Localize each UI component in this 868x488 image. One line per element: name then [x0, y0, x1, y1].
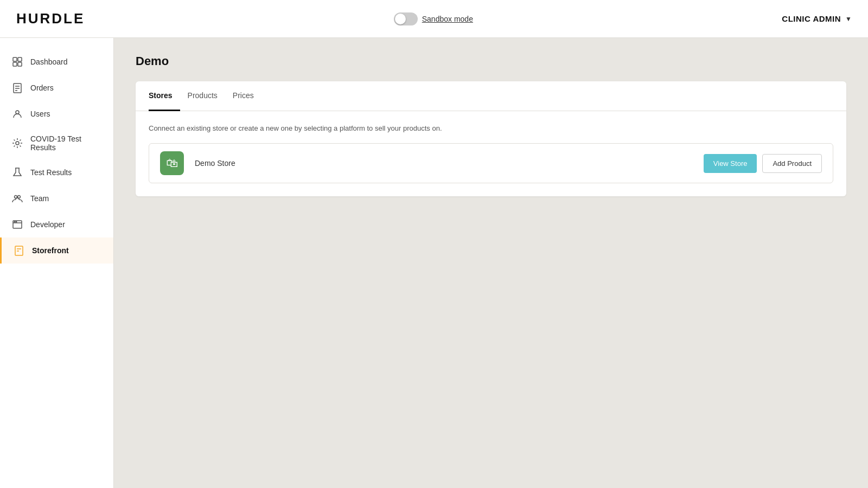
- user-label: CLINIC ADMIN: [782, 14, 841, 23]
- toggle-thumb: [395, 14, 406, 24]
- covid-icon: [12, 138, 23, 149]
- sidebar-item-covid-label: COVID-19 Test Results: [30, 134, 101, 152]
- svg-line-17: [14, 146, 15, 147]
- svg-point-9: [16, 142, 19, 145]
- test-results-icon: [12, 167, 23, 178]
- sidebar-item-dashboard[interactable]: Dashboard: [0, 49, 113, 75]
- sandbox-toggle-area: Sandbox mode: [394, 12, 473, 25]
- svg-point-8: [16, 111, 19, 114]
- main-card: Stores Products Prices Connect an existi…: [136, 81, 846, 196]
- svg-rect-2: [13, 62, 17, 66]
- page-title: Demo: [136, 54, 846, 68]
- users-icon: [12, 108, 23, 119]
- sidebar-item-team-label: Team: [30, 194, 49, 203]
- svg-rect-1: [18, 57, 22, 61]
- sidebar-item-covid[interactable]: COVID-19 Test Results: [0, 127, 113, 159]
- logo: HURDLE: [16, 10, 85, 27]
- svg-line-15: [20, 146, 21, 147]
- add-product-button[interactable]: Add Product: [762, 154, 822, 173]
- chevron-down-icon[interactable]: ▼: [845, 15, 852, 23]
- sandbox-toggle[interactable]: [394, 12, 418, 25]
- store-name: Demo Store: [195, 159, 693, 168]
- dashboard-icon: [12, 56, 23, 67]
- sidebar-item-storefront-label: Storefront: [32, 246, 69, 255]
- main-layout: Dashboard Orders Users: [0, 38, 868, 488]
- shopify-bag-icon: 🛍: [166, 156, 178, 170]
- developer-icon: [12, 219, 23, 230]
- svg-point-23: [14, 221, 15, 222]
- svg-rect-3: [18, 62, 22, 66]
- sidebar-item-team[interactable]: Team: [0, 185, 113, 211]
- tab-content-stores: Connect an existing store or create a ne…: [136, 111, 846, 196]
- sidebar: Dashboard Orders Users: [0, 38, 114, 488]
- header-right: CLINIC ADMIN ▼: [782, 14, 852, 23]
- svg-point-24: [16, 221, 17, 222]
- view-store-button[interactable]: View Store: [704, 154, 757, 173]
- sidebar-item-developer[interactable]: Developer: [0, 211, 113, 237]
- sidebar-item-dashboard-label: Dashboard: [30, 57, 68, 66]
- team-icon: [12, 193, 23, 204]
- shopify-icon: 🛍: [160, 151, 184, 175]
- sidebar-item-orders[interactable]: Orders: [0, 75, 113, 101]
- tab-prices[interactable]: Prices: [225, 81, 261, 111]
- svg-line-16: [20, 140, 21, 141]
- sidebar-item-test-results[interactable]: Test Results: [0, 159, 113, 185]
- header: HURDLE Sandbox mode CLINIC ADMIN ▼: [0, 0, 868, 38]
- store-actions: View Store Add Product: [704, 154, 822, 173]
- tab-products[interactable]: Products: [180, 81, 225, 111]
- svg-line-14: [14, 140, 15, 141]
- sidebar-item-users-label: Users: [30, 110, 50, 118]
- tab-stores[interactable]: Stores: [149, 81, 180, 111]
- sidebar-item-storefront[interactable]: Storefront: [0, 237, 113, 264]
- svg-rect-0: [13, 57, 17, 61]
- store-row: 🛍 Demo Store View Store Add Product: [149, 143, 833, 183]
- sidebar-item-orders-label: Orders: [30, 84, 54, 92]
- content-area: Demo Stores Products Prices Connect an e…: [114, 38, 868, 488]
- connect-description: Connect an existing store or create a ne…: [149, 124, 833, 132]
- storefront-icon: [14, 245, 24, 256]
- sidebar-item-users[interactable]: Users: [0, 101, 113, 127]
- sidebar-item-developer-label: Developer: [30, 220, 65, 229]
- tabs-bar: Stores Products Prices: [136, 81, 846, 111]
- sandbox-label[interactable]: Sandbox mode: [422, 15, 473, 23]
- orders-icon: [12, 82, 23, 93]
- sidebar-item-test-results-label: Test Results: [30, 168, 72, 177]
